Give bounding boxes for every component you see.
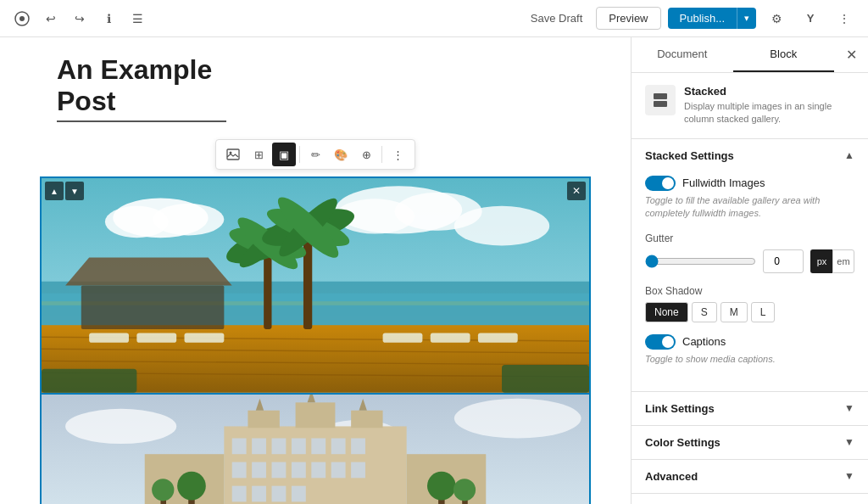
sidebar-close-button[interactable]: ✕ [834, 37, 868, 72]
fullwidth-label: Fullwidth Images [682, 176, 765, 189]
gutter-units: px em [810, 249, 854, 273]
svg-rect-55 [272, 462, 287, 478]
editor-area: An Example Post ⊞ ▣ ✏ 🎨 ⊕ ⋮ [0, 37, 631, 504]
publish-button[interactable]: Publish... [668, 8, 737, 29]
svg-point-1 [19, 16, 25, 21]
publish-arrow-button[interactable]: ▾ [737, 8, 756, 29]
color-settings-title: Color Settings [645, 436, 721, 449]
svg-rect-50 [311, 438, 326, 454]
svg-rect-53 [232, 462, 247, 478]
svg-rect-33 [383, 333, 423, 343]
unit-px-button[interactable]: px [810, 249, 832, 273]
fullwidth-setting: Fullwidth Images Toggle to fill the avai… [645, 176, 854, 221]
unit-em-button[interactable]: em [832, 249, 854, 273]
gallery-nav-up[interactable]: ▲ [45, 182, 64, 200]
svg-point-79 [453, 479, 476, 501]
gutter-setting: Gutter 0 px em [645, 232, 854, 273]
preview-button[interactable]: Preview [596, 7, 660, 30]
wordpress-icon-btn[interactable] [10, 7, 34, 31]
svg-rect-32 [185, 333, 225, 343]
box-shadow-setting: Box Shadow None S M L [645, 285, 854, 322]
stacked-settings-chevron: ▲ [844, 149, 854, 161]
list-button[interactable]: ☰ [125, 7, 149, 31]
svg-rect-57 [311, 462, 326, 478]
gallery-block: ▲ ▼ ✕ [40, 176, 591, 504]
stacked-icon [652, 92, 669, 109]
stacked-settings-toggle[interactable]: Stacked Settings ▲ [632, 139, 868, 172]
shadow-l-button[interactable]: L [751, 302, 776, 322]
publish-group: Publish... ▾ [668, 8, 756, 29]
svg-rect-64 [248, 411, 279, 428]
svg-rect-48 [272, 438, 287, 454]
color-settings-panel: Color Settings ▼ [632, 426, 868, 460]
link-settings-chevron: ▼ [844, 402, 854, 414]
svg-rect-61 [252, 485, 266, 501]
toolbar-image-btn[interactable] [221, 143, 245, 166]
svg-rect-34 [431, 333, 470, 343]
svg-point-41 [65, 409, 176, 444]
beach-image [42, 178, 589, 393]
color-settings-toggle[interactable]: Color Settings ▼ [632, 426, 868, 459]
link-settings-title: Link Settings [645, 402, 715, 415]
gallery-image-2 [42, 395, 589, 504]
toolbar-edit-btn[interactable]: ✏ [303, 143, 327, 166]
svg-point-42 [454, 398, 581, 438]
toolbar-more-btn[interactable]: ⋮ [386, 143, 409, 166]
toolbar-divider-1 [299, 146, 300, 163]
toolbar-transform-btn[interactable]: ⊕ [354, 143, 378, 166]
image-icon [226, 148, 240, 161]
svg-rect-58 [331, 462, 346, 478]
toolbar-color-btn[interactable]: 🎨 [329, 143, 353, 166]
info-button[interactable]: ℹ [97, 7, 120, 31]
svg-rect-81 [654, 101, 667, 107]
gutter-input[interactable]: 0 [763, 249, 804, 273]
svg-rect-60 [232, 485, 247, 501]
advanced-toggle[interactable]: Advanced ▼ [632, 460, 868, 493]
gutter-label: Gutter [645, 232, 854, 244]
svg-rect-62 [272, 485, 287, 501]
toolbar-stacked-btn[interactable]: ▣ [272, 143, 296, 166]
toolbar-layout-btn[interactable]: ⊞ [247, 143, 270, 166]
gutter-row: 0 px em [645, 249, 854, 273]
svg-marker-37 [65, 258, 232, 286]
toolbar-divider-2 [381, 146, 382, 163]
svg-point-73 [177, 472, 206, 501]
gallery-nav: ▲ ▼ [45, 182, 84, 200]
svg-rect-49 [292, 438, 306, 454]
topbar-right: Save Draft Preview Publish... ▾ ⚙ Y ⋮ [524, 5, 858, 32]
fullwidth-description: Toggle to fill the available gallery are… [645, 194, 854, 221]
shadow-none-button[interactable]: None [645, 302, 688, 322]
svg-point-7 [153, 204, 224, 235]
tab-document[interactable]: Document [632, 37, 733, 72]
svg-rect-66 [296, 402, 336, 428]
editor-content: An Example Post ⊞ ▣ ✏ 🎨 ⊕ ⋮ [40, 54, 591, 504]
yoast-button[interactable]: Y [797, 5, 824, 32]
advanced-chevron: ▼ [844, 470, 854, 482]
svg-rect-54 [252, 462, 266, 478]
redo-button[interactable]: ↪ [68, 7, 92, 31]
post-title: An Example Post [57, 54, 226, 122]
captions-toggle-row: Captions [645, 334, 854, 350]
gutter-slider[interactable] [645, 255, 756, 268]
block-type-icon [645, 85, 676, 115]
undo-button[interactable]: ↩ [39, 7, 63, 31]
gallery-close-button[interactable]: ✕ [567, 182, 586, 200]
save-draft-button[interactable]: Save Draft [524, 8, 589, 28]
svg-rect-63 [292, 485, 306, 501]
tab-block[interactable]: Block [733, 37, 835, 72]
fullwidth-toggle[interactable] [645, 176, 676, 191]
link-settings-toggle[interactable]: Link Settings ▼ [632, 392, 868, 425]
gallery-image-1 [42, 178, 589, 395]
building-image [42, 395, 589, 504]
more-options-button[interactable]: ⋮ [831, 5, 858, 32]
captions-toggle[interactable] [645, 334, 676, 350]
box-shadow-label: Box Shadow [645, 285, 854, 297]
main-layout: An Example Post ⊞ ▣ ✏ 🎨 ⊕ ⋮ [0, 37, 868, 504]
captions-setting: Captions Toggle to show media captions. [645, 334, 854, 366]
gallery-nav-down[interactable]: ▼ [65, 182, 84, 200]
shadow-s-button[interactable]: S [692, 302, 717, 322]
settings-gear-button[interactable]: ⚙ [763, 5, 790, 32]
svg-rect-65 [351, 411, 382, 428]
block-toolbar: ⊞ ▣ ✏ 🎨 ⊕ ⋮ [215, 139, 415, 170]
shadow-m-button[interactable]: M [721, 302, 748, 322]
